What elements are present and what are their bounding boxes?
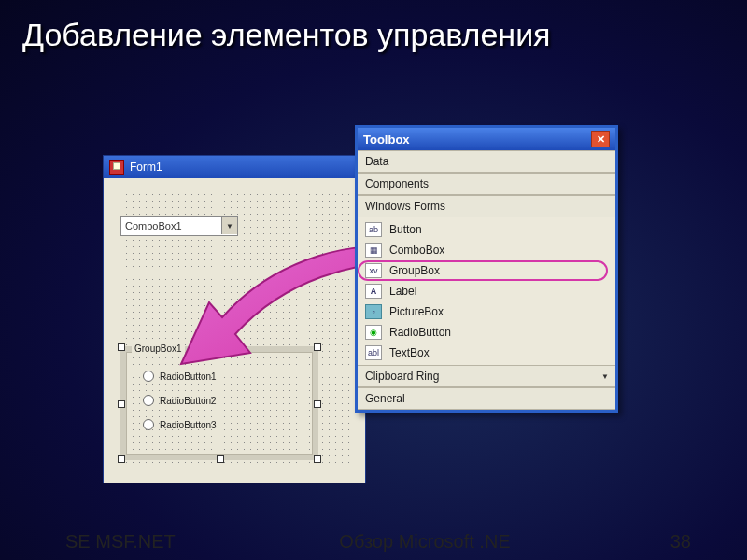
toolbox-item-label: GroupBox xyxy=(389,264,440,277)
radiobutton-icon: ◉ xyxy=(365,325,382,340)
toolbox-section[interactable]: Components xyxy=(358,173,615,195)
close-icon[interactable]: ✕ xyxy=(591,131,610,147)
toolbox-item-label: Label xyxy=(389,285,416,298)
radio-icon xyxy=(143,419,154,430)
form1-icon xyxy=(109,160,124,175)
toolbox-section[interactable]: General xyxy=(358,387,615,410)
toolbox-section-label: Clipboard Ring xyxy=(365,370,439,383)
toolbox-item-label[interactable]: A Label xyxy=(361,281,612,301)
toolbox-item-label: RadioButton xyxy=(389,326,451,339)
toolbox-item-combobox[interactable]: ▦ ComboBox xyxy=(361,240,612,260)
toolbox-item-label: PictureBox xyxy=(389,305,444,318)
button-icon: ab xyxy=(365,222,382,237)
slide-footer: SE MSF.NET Обзор Microsoft .NE 38 xyxy=(0,531,747,553)
radio-icon xyxy=(143,371,154,382)
textbox-icon: abl xyxy=(365,345,382,360)
groupbox-label: GroupBox1 xyxy=(132,343,185,354)
toolbox-item-label: TextBox xyxy=(389,346,430,359)
toolbox-item-label: Button xyxy=(389,223,422,236)
form1-design-surface[interactable]: ComboBox1 ▼ GroupBox1 RadioButton1 Radio… xyxy=(104,178,365,483)
radio-row[interactable]: RadioButton3 xyxy=(143,419,217,430)
toolbox-titlebar[interactable]: Toolbox ✕ xyxy=(358,128,615,150)
toolbox-item-radiobutton[interactable]: ◉ RadioButton xyxy=(361,322,612,343)
toolbox-item-label: ComboBox xyxy=(389,244,444,257)
radio-label: RadioButton2 xyxy=(160,396,217,406)
combobox-value: ComboBox1 xyxy=(125,220,182,231)
toolbox-item-list: ab Button ▦ ComboBox xv GroupBox A Label… xyxy=(358,217,615,365)
label-icon: A xyxy=(365,284,382,299)
form1-title-text: Form1 xyxy=(130,161,162,174)
groupbox-control[interactable]: GroupBox1 RadioButton1 RadioButton2 Radi… xyxy=(120,346,318,460)
radio-icon xyxy=(143,395,154,406)
radio-label: RadioButton1 xyxy=(160,371,217,382)
toolbox-item-button[interactable]: ab Button xyxy=(361,219,612,240)
radio-row[interactable]: RadioButton1 xyxy=(143,371,217,382)
combobox-dropdown-icon[interactable]: ▼ xyxy=(221,217,237,234)
footer-page-number: 38 xyxy=(579,531,747,553)
toolbox-section[interactable]: Clipboard Ring ▼ xyxy=(358,365,615,387)
slide-title: Добавление элементов управления xyxy=(0,0,747,57)
toolbox-section[interactable]: Data xyxy=(358,150,615,173)
footer-center: Обзор Microsoft .NE xyxy=(271,531,579,553)
toolbox-window: Toolbox ✕ Data Components Windows Forms … xyxy=(355,125,618,413)
toolbox-item-picturebox[interactable]: ▫ PictureBox xyxy=(361,301,612,322)
combobox-icon: ▦ xyxy=(365,243,382,258)
toolbox-title-text: Toolbox xyxy=(363,133,410,147)
radio-row[interactable]: RadioButton2 xyxy=(143,395,217,406)
form1-titlebar[interactable]: Form1 xyxy=(104,156,365,178)
groupbox-icon: xv xyxy=(365,263,382,278)
chevron-down-icon: ▼ xyxy=(599,370,612,383)
picturebox-icon: ▫ xyxy=(365,304,382,319)
toolbox-item-groupbox[interactable]: xv GroupBox xyxy=(361,260,612,281)
combobox-control[interactable]: ComboBox1 ▼ xyxy=(120,216,238,236)
toolbox-section[interactable]: Windows Forms xyxy=(358,195,615,217)
radio-label: RadioButton3 xyxy=(160,420,217,430)
form1-window: Form1 ComboBox1 ▼ GroupBox1 RadioButton1… xyxy=(103,155,366,483)
footer-left: SE MSF.NET xyxy=(0,531,271,553)
toolbox-item-textbox[interactable]: abl TextBox xyxy=(361,343,612,363)
